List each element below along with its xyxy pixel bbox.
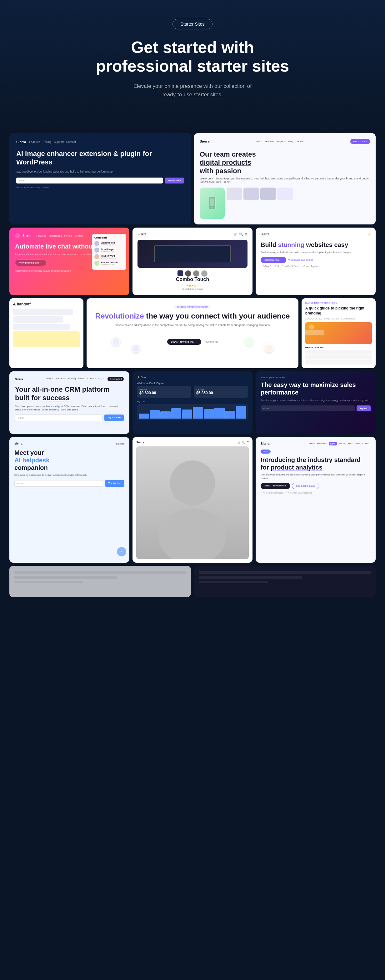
card-pink-btn[interactable]: View pricing plans →	[15, 259, 46, 266]
customer-avatar-4	[94, 261, 99, 266]
combo-logo: Sierra	[137, 232, 146, 236]
card-pink-recommend: Recommended by visionary startups and in…	[15, 270, 124, 272]
dark-sales-try-btn[interactable]: Try for	[356, 406, 371, 411]
related-item-1	[305, 350, 372, 355]
svg-point-3	[309, 325, 314, 329]
analytics-desc: Our analytics software makes understandi…	[261, 473, 371, 480]
card-ai-nav: Features Pricing Support Contact	[29, 140, 76, 143]
revolutionize-title: Revolutionize the way you connect with y…	[92, 312, 293, 321]
card-combo-touch: Sierra 🛒🔍☰ Combo Touch ★★★☆☆ (3 customer…	[132, 228, 253, 295]
customer-avatar-2	[94, 248, 99, 253]
analytics-pricing-btn[interactable]: See pricing plans	[292, 483, 319, 489]
analytics-logo: Sierra	[261, 442, 269, 445]
helpdesk-logo: Sierra	[14, 442, 22, 445]
card-helpdesk: Sierra Features Meet your AI helpdesk co…	[10, 437, 129, 563]
card-mobile-person: Sierra 🛒🔍☰	[132, 437, 253, 563]
crm-title: Your all-in-one CRM platform built for s…	[15, 385, 124, 402]
card-digital: Sierra About Services Projects Blog Cont…	[194, 133, 375, 224]
card-analytics: Sierra About Features New Pricing Resour…	[256, 437, 375, 563]
dark-sales-title: The easy way to maximize sales performan…	[261, 381, 371, 396]
svg-rect-1	[210, 199, 215, 206]
blog-image	[305, 322, 372, 344]
card-build-stunning: Sierra ⚡ Build stunning websites easy Cr…	[256, 228, 375, 295]
crm-email-input[interactable]: Email	[15, 415, 102, 421]
card-blog: MARKETING TECHNOLOGY A quick guide to pi…	[302, 298, 375, 368]
helpdesk-try-btn[interactable]: Try for free	[105, 480, 124, 487]
combo-laptop	[137, 240, 248, 268]
badge: Starter Sites	[172, 19, 212, 29]
customer-avatar-3	[94, 254, 99, 259]
analytics-start-btn[interactable]: Start 7-day free trial	[261, 483, 290, 489]
analytics-title: Introducing the industry standard for pr…	[261, 456, 371, 471]
build-desc: Craft stunning websites in seconds, comp…	[261, 250, 371, 254]
build-start-btn[interactable]: Start free trial →	[261, 257, 286, 263]
customer-list: Customers Janet Waelchi When do you re..…	[92, 234, 126, 270]
dashboard-amount1: $8,600.00	[139, 391, 189, 395]
dashboard-chart	[137, 404, 248, 420]
card-crm: Sierra About Solutions Pricing News Cont…	[10, 371, 129, 434]
card-digital-cta[interactable]: Get in touch	[350, 139, 370, 144]
handoff-text: & handoff	[13, 302, 80, 306]
card-handoff: & handoff	[10, 298, 83, 368]
build-title: Build stunning websites easy	[261, 241, 371, 248]
build-logo: Sierra	[261, 232, 269, 236]
pink-logo-icon	[15, 233, 20, 238]
card-partial-left	[10, 566, 191, 597]
mobile-logo: Sierra	[136, 441, 145, 444]
card-ai-try-btn[interactable]: Try for free	[165, 178, 184, 183]
crm-desc: Transform your business with our intelli…	[15, 404, 124, 411]
hero-subtitle: Elevate your online presence with our co…	[127, 82, 258, 99]
mobile-person-image	[136, 446, 249, 559]
related-item-2	[305, 355, 372, 360]
helpdesk-avatar: K	[117, 547, 126, 557]
dark-sales-email[interactable]: Email	[261, 406, 355, 411]
card-dashboard: ⚡ Sierra ··· Welcome Back Bryan Balance …	[132, 371, 253, 434]
dashboard-amount2: $5,850.00	[196, 391, 246, 395]
card-ai-title: AI image enhancer extension & plugin for…	[16, 150, 184, 167]
cards-grid: Sierra Features Pricing Support Contact …	[0, 130, 385, 609]
svg-point-6	[159, 508, 226, 559]
revolutionize-sub: Elevate sales and stay ahead in the comp…	[92, 323, 293, 327]
hero-title: Get started with professional starter si…	[86, 38, 299, 76]
card-ai-logo: Sierra	[16, 140, 26, 144]
pink-logo-text: Sierra	[22, 234, 31, 237]
customer-avatar-1	[94, 241, 99, 246]
blog-meta: AUGUST 25, 2023 LUKE JACOBS · 5 COMMENTS	[305, 318, 372, 320]
related-item-3	[305, 360, 372, 364]
dark-sales-desc: Accelerate your business with our soluti…	[261, 399, 371, 402]
combo-reviews: (3 customer reviews)	[137, 288, 248, 290]
svg-point-2	[212, 207, 213, 208]
card-ai-desc: Say goodbye to slow-loading websites and…	[16, 170, 184, 174]
combo-stars: ★★★☆☆	[137, 284, 248, 287]
handoff-yellow	[13, 331, 80, 347]
card-digital-logo: Sierra	[200, 139, 209, 143]
build-view-link[interactable]: View plans and pricing	[288, 259, 313, 261]
crm-logo: Sierra	[15, 378, 23, 381]
card-ai-email-input[interactable]: Email	[16, 178, 163, 183]
dark-sales-tag: Built for global customers	[261, 376, 371, 379]
helpdesk-email[interactable]: Email	[14, 480, 103, 487]
card-digital-phone	[200, 188, 225, 219]
card-ai-browser-note: Get extension for any browser:	[16, 186, 184, 189]
combo-title: Combo Touch	[137, 277, 248, 282]
revolutionize-badge: Intelligent Marketing Automation	[174, 305, 211, 309]
my-card-label: My Card	[137, 400, 248, 403]
analytics-tag: New	[261, 450, 270, 453]
combo-icons: 🛒🔍☰	[234, 232, 248, 236]
card-partial-right	[194, 566, 375, 597]
card-digital-sub: We're on a mission to propel businesses …	[200, 177, 370, 183]
dashboard-welcome: Welcome Back Bryan	[137, 382, 248, 385]
revolutionize-btn1[interactable]: Start 7-day free trial →	[167, 339, 201, 345]
svg-rect-4	[305, 330, 324, 335]
card-revolutionize: Intelligent Marketing Automation Revolut…	[87, 298, 298, 368]
helpdesk-desc: Empowering businesses to deliver excepti…	[14, 473, 124, 477]
hero-section: Starter Sites Get started with professio…	[0, 0, 385, 130]
card-ai-plugin: Sierra Features Pricing Support Contact …	[10, 133, 191, 224]
crm-try-btn[interactable]: Try for free	[104, 415, 124, 421]
blog-related-title: Related articles	[305, 346, 372, 349]
card-pink: Sierra Features Integrations Pricing Con…	[10, 228, 129, 295]
blog-tag: MARKETING TECHNOLOGY	[305, 302, 372, 304]
card-digital-title: Our team creates digital products with p…	[200, 150, 370, 175]
revolutionize-btn2[interactable]: How it works	[204, 340, 218, 343]
helpdesk-title: Meet your AI helpdesk companion	[14, 449, 124, 471]
